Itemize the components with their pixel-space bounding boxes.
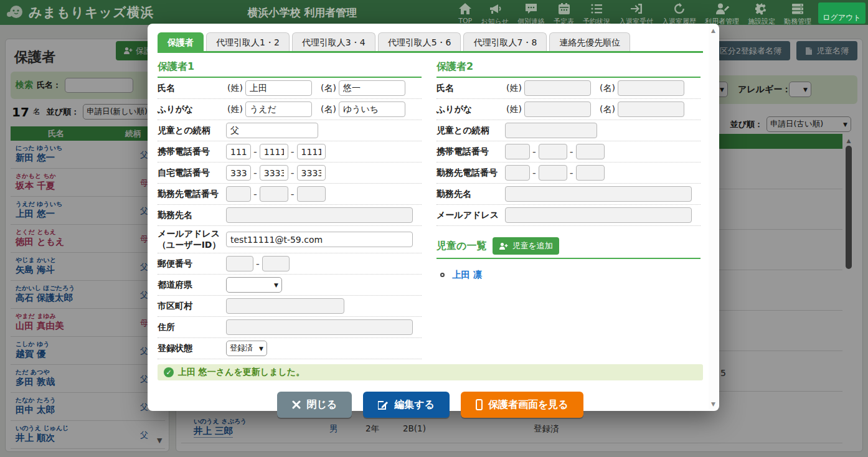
nav-item-history[interactable]: 入退室履歴 xyxy=(658,0,701,25)
g2-work-tel-1[interactable] xyxy=(505,165,530,181)
g2-relation-input[interactable] xyxy=(505,123,597,138)
g1-relation-input[interactable] xyxy=(226,123,318,138)
scroll-down-icon[interactable]: ▼ xyxy=(709,401,718,407)
tab-proxy-3-4[interactable]: 代理引取人3・4 xyxy=(292,32,375,51)
nav-item-user-edit[interactable]: 利用者管理 xyxy=(701,0,743,25)
g1-city-input[interactable] xyxy=(226,298,344,314)
g1-mobile-1[interactable] xyxy=(226,144,251,159)
server-icon xyxy=(791,2,804,15)
field-label: 氏名 xyxy=(436,83,505,94)
field-label: 勤務先名 xyxy=(158,210,226,221)
g2-mobile-3[interactable] xyxy=(576,144,605,159)
edit-button[interactable]: 編集する xyxy=(363,392,450,418)
g1-kana-sei-input[interactable] xyxy=(245,101,312,117)
g2-work-tel-3[interactable] xyxy=(576,165,605,181)
g1-work-tel-2[interactable] xyxy=(260,186,288,202)
g1-work-tel-1[interactable] xyxy=(226,186,251,202)
g1-status-select[interactable]: 登録済 ▼ xyxy=(226,341,267,356)
nav-item-list[interactable]: 予約状況 xyxy=(578,0,615,25)
tab-guardian[interactable]: 保護者 xyxy=(158,32,204,51)
field-label: 市区町村 xyxy=(158,301,226,312)
g1-pref-select[interactable]: ▼ xyxy=(226,277,282,293)
g2-mei-input[interactable] xyxy=(618,80,684,96)
g1-mobile-2[interactable] xyxy=(260,144,288,159)
g2-kana-sei-input[interactable] xyxy=(524,101,591,117)
form-row-status: 登録状態 登録済 ▼ xyxy=(158,338,422,359)
tab-proxy-1-2[interactable]: 代理引取人1・2 xyxy=(206,32,290,51)
form-row-email: メールアドレス （ユーザーID） xyxy=(158,226,422,253)
form-row-relation: 児童との続柄 xyxy=(436,120,701,141)
g1-email-input[interactable] xyxy=(226,232,413,247)
view-guardian-screen-button[interactable]: 保護者画面を見る xyxy=(461,392,583,418)
g1-mobile-3[interactable] xyxy=(297,144,326,159)
form-row-work-tel: 勤務先電話番号 - - xyxy=(436,163,701,184)
g1-sei-input[interactable] xyxy=(245,80,312,96)
g1-zip-2[interactable] xyxy=(262,256,290,271)
person-plus-icon xyxy=(499,242,508,250)
g1-mei-input[interactable] xyxy=(339,80,405,96)
child-list-item: 上田 凛 xyxy=(440,269,701,281)
form-row-home-tel: 自宅電話番号 - - xyxy=(158,163,422,184)
nav-item-gear[interactable]: 施設設定 xyxy=(743,0,780,25)
add-child-label: 児童を追加 xyxy=(512,240,552,252)
nav-item-server[interactable]: 勤務管理 xyxy=(780,0,816,25)
sei-label: (姓) xyxy=(227,83,243,94)
tab-contact-priority[interactable]: 連絡先優先順位 xyxy=(549,32,630,51)
tab-proxy-5-6[interactable]: 代理引取人5・6 xyxy=(378,32,461,51)
g1-work-tel-3[interactable] xyxy=(297,186,326,202)
g2-mobile-2[interactable] xyxy=(539,144,567,159)
home-icon xyxy=(458,2,472,15)
g1-home-tel-3[interactable] xyxy=(297,165,326,181)
list-icon xyxy=(590,2,603,15)
g1-home-tel-1[interactable] xyxy=(226,165,251,181)
g2-kana-mei-input[interactable] xyxy=(618,101,684,117)
field-label: 郵便番号 xyxy=(158,258,226,270)
view-label: 保護者画面を見る xyxy=(488,398,568,412)
field-label: 勤務先名 xyxy=(436,189,505,200)
add-child-button[interactable]: 児童を追加 xyxy=(493,237,559,255)
field-label: 携帯電話番号 xyxy=(436,146,505,158)
field-label: 勤務先電話番号 xyxy=(436,167,505,179)
nav-item-label: 施設設定 xyxy=(748,17,775,25)
nav-item-home[interactable]: TOP xyxy=(454,0,476,25)
scroll-up-icon[interactable]: ▲ xyxy=(709,27,718,34)
child-link[interactable]: 上田 凛 xyxy=(452,269,483,281)
g1-addr-input[interactable] xyxy=(226,319,413,335)
nav-item-sign-in[interactable]: 入退室受付 xyxy=(615,0,658,25)
mei-label: (名) xyxy=(321,104,336,115)
close-button[interactable]: 閉じる xyxy=(277,392,352,418)
children-section-title: 児童の一覧 児童を追加 xyxy=(436,237,701,259)
form-row-email: メールアドレス xyxy=(436,205,701,226)
bullet-icon xyxy=(440,273,445,277)
g2-email-input[interactable] xyxy=(505,207,692,223)
sei-label: (姓) xyxy=(506,104,522,115)
modal-buttons: 閉じる 編集する 保護者画面を見る xyxy=(158,392,703,418)
nav-item-calendar[interactable]: 予定表 xyxy=(549,0,578,25)
user-edit-icon xyxy=(715,2,730,15)
tab-proxy-7-8[interactable]: 代理引取人7・8 xyxy=(463,32,547,51)
logout-button[interactable]: ログアウト xyxy=(818,2,866,24)
close-icon xyxy=(292,400,301,409)
nav-item-chat[interactable]: 個別連絡 xyxy=(513,0,549,25)
modal-scrollbar[interactable]: ▲ ▼ xyxy=(709,25,718,410)
g2-work-tel-2[interactable] xyxy=(539,165,567,181)
g2-sei-input[interactable] xyxy=(524,80,591,96)
nav-item-megaphone[interactable]: お知らせ xyxy=(476,0,513,25)
g1-zip-1[interactable] xyxy=(226,256,253,271)
g1-work-name-input[interactable] xyxy=(226,207,413,223)
g1-kana-mei-input[interactable] xyxy=(339,101,405,117)
nav-item-label: 勤務管理 xyxy=(784,17,811,25)
nav-items: TOPお知らせ個別連絡予定表予約状況入退室受付入退室履歴利用者管理施設設定勤務管… xyxy=(454,0,816,25)
page-title: 横浜小学校 利用者管理 xyxy=(247,6,357,20)
g2-work-name-input[interactable] xyxy=(505,186,692,202)
close-label: 閉じる xyxy=(306,398,337,412)
chevron-down-icon: ▼ xyxy=(274,282,278,288)
g2-mobile-1[interactable] xyxy=(505,144,530,159)
mei-label: (名) xyxy=(600,83,615,94)
logo-text: みまもりキッズ横浜 xyxy=(29,4,154,21)
modal-tabs: 保護者 代理引取人1・2 代理引取人3・4 代理引取人5・6 代理引取人7・8 … xyxy=(158,32,703,51)
g1-home-tel-2[interactable] xyxy=(260,165,288,181)
field-label: メールアドレス （ユーザーID） xyxy=(158,228,226,250)
sei-label: (姓) xyxy=(227,104,243,115)
mascot-icon xyxy=(6,4,25,21)
